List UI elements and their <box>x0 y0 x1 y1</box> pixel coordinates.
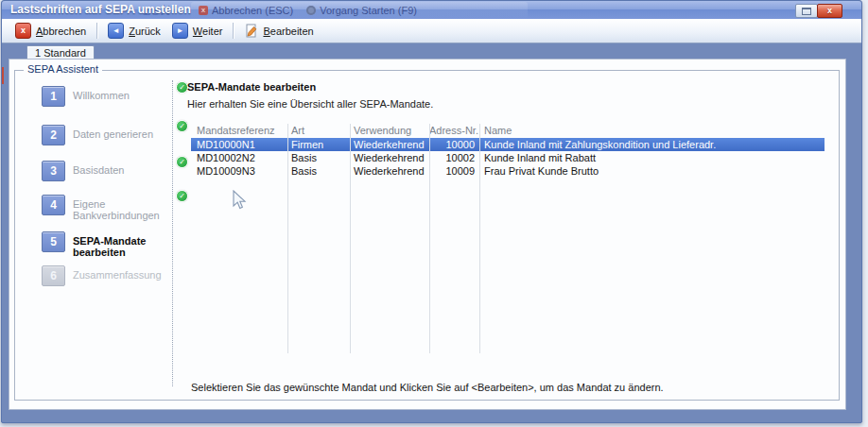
zurueck-button[interactable]: ◄ Zurück <box>102 21 166 41</box>
step-zusammenfassung[interactable]: 6 Zusammenfassung <box>42 265 183 286</box>
col-name[interactable]: Name <box>479 124 825 138</box>
ghost-abbrechen: x Abbrechen (ESC) <box>199 5 293 16</box>
table-row[interactable]: MD10002N2 Basis Wiederkehrend 10002 Kund… <box>191 151 825 164</box>
step-number-badge: 6 <box>42 265 65 286</box>
page-title: SEPA-Mandate bearbeiten <box>187 81 316 93</box>
tab-standard[interactable]: 1 Standard <box>26 45 95 60</box>
title-bar: zeit x Abbrechen (ESC) Vorgang Starten (… <box>2 1 861 19</box>
bearbeiten-button[interactable]: Bearbeiten <box>238 22 319 40</box>
cell-mandatsreferenz: MD10000N1 <box>191 138 287 151</box>
page-subtitle: Hier erhalten Sie eine Übersicht aller S… <box>187 98 433 110</box>
cell-art: Basis <box>287 151 350 164</box>
restore-icon <box>802 8 811 15</box>
step-number-badge: 5 <box>42 231 65 252</box>
background-toolbar-ghost: x Abbrechen (ESC) Vorgang Starten (F9) <box>191 2 528 19</box>
cell-adress-nr: 10009 <box>429 164 479 178</box>
cell-verwendung: Wiederkehrend <box>350 164 429 178</box>
dialog-body: 1 Standard SEPA Assistent 1 ✓ Willkommen… <box>2 44 861 422</box>
groupbox-label: SEPA Assistent <box>24 63 102 75</box>
background-sliver <box>2 67 4 84</box>
cell-art: Basis <box>287 164 350 178</box>
cell-verwendung: Wiederkehrend <box>350 138 429 151</box>
col-verwendung[interactable]: Verwendung <box>350 124 429 138</box>
start-icon <box>306 6 316 15</box>
toolbar-separator <box>233 23 234 39</box>
mandate-table: Mandatsreferenz Art Verwendung Adress-Nr… <box>191 124 825 178</box>
step-sepa-mandate-bearbeiten[interactable]: 5 SEPA-Mandate bearbeiten <box>42 231 183 258</box>
instruction-text: Selektieren Sie das gewünschte Mandat un… <box>191 382 664 393</box>
toolbar-separator <box>96 23 97 39</box>
weiter-button[interactable]: ► Weiter <box>166 21 229 41</box>
step-number-badge: 4 <box>42 195 65 215</box>
cell-name: Frau Privat Kunde Brutto <box>479 164 825 178</box>
window-title: Lastschriften auf SEPA umstellen <box>10 3 191 16</box>
step-content: SEPA-Mandate bearbeiten Hier erhalten Si… <box>187 71 833 400</box>
cancel-icon: x <box>15 23 31 39</box>
cell-name: Kunde Inland mit Rabatt <box>479 151 825 164</box>
step-willkommen[interactable]: 1 ✓ Willkommen <box>42 86 183 107</box>
step-eigene-bankverbindungen[interactable]: 4 ✓ Eigene Bankverbindungen <box>42 195 183 221</box>
table-row[interactable]: MD10009N3 Basis Wiederkehrend 10009 Frau… <box>191 164 825 178</box>
screen: zeit x Abbrechen (ESC) Vorgang Starten (… <box>0 0 868 427</box>
abbrechen-button[interactable]: x Abbrechen <box>9 21 92 41</box>
cancel-icon: x <box>199 6 208 15</box>
cell-art: Firmen <box>287 138 350 151</box>
content-panel: SEPA Assistent 1 ✓ Willkommen 2 ✓ Daten … <box>9 59 846 410</box>
edit-icon <box>244 24 258 38</box>
step-daten-generieren[interactable]: 2 ✓ Daten generieren <box>42 125 183 145</box>
restore-button[interactable] <box>795 4 818 18</box>
table-row[interactable]: MD10000N1 Firmen Wiederkehrend 10000 Kun… <box>191 138 825 151</box>
step-number-badge: 2 <box>42 125 65 145</box>
cell-mandatsreferenz: MD10002N2 <box>191 151 287 164</box>
cell-verwendung: Wiederkehrend <box>350 151 429 164</box>
step-basisdaten[interactable]: 3 ✓ Basisdaten <box>42 161 183 181</box>
ghost-vorgang-starten: Vorgang Starten (F9) <box>306 5 417 16</box>
table-header: Mandatsreferenz Art Verwendung Adress-Nr… <box>191 124 825 138</box>
arrow-right-icon: ► <box>172 23 188 39</box>
cell-name: Kunde Inland mit Zahlungskondition und L… <box>479 138 825 151</box>
cursor-icon <box>232 190 247 213</box>
step-number-badge: 1 <box>42 86 65 107</box>
arrow-left-icon: ◄ <box>108 23 124 39</box>
cell-adress-nr: 10000 <box>429 138 479 151</box>
sepa-assistent-groupbox: SEPA Assistent 1 ✓ Willkommen 2 ✓ Daten … <box>14 70 840 401</box>
cell-adress-nr: 10002 <box>429 151 479 164</box>
cell-mandatsreferenz: MD10009N3 <box>191 164 287 178</box>
dialog-window: zeit x Abbrechen (ESC) Vorgang Starten (… <box>1 0 862 423</box>
col-mandatsreferenz[interactable]: Mandatsreferenz <box>191 124 287 138</box>
close-button[interactable]: x <box>817 4 842 18</box>
col-art[interactable]: Art <box>287 124 350 138</box>
steps-content-divider <box>172 80 173 386</box>
col-adress-nr[interactable]: Adress-Nr. <box>429 124 479 138</box>
step-number-badge: 3 <box>42 161 65 181</box>
toolbar: x Abbrechen ◄ Zurück ► Weiter <box>2 19 861 43</box>
